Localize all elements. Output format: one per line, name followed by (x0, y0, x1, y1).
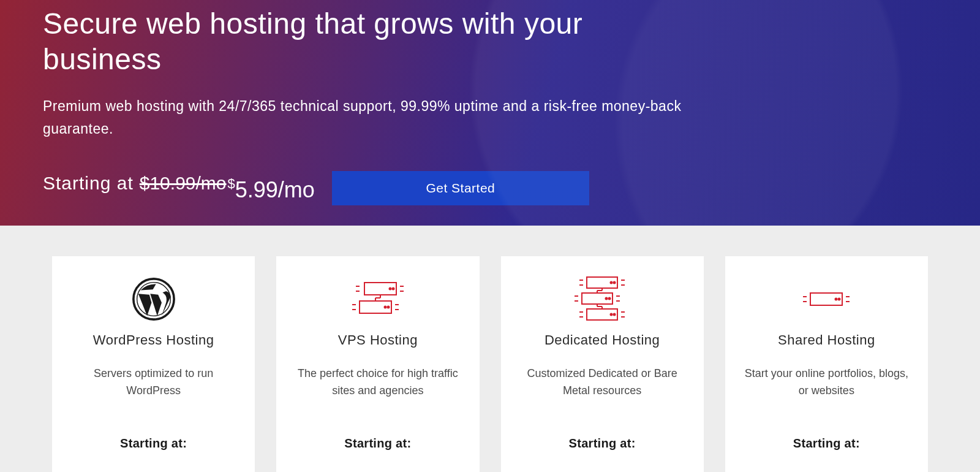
svg-point-26 (611, 314, 612, 316)
plan-card-dedicated[interactable]: Dedicated Hosting Customized Dedicated o… (501, 256, 704, 472)
svg-point-47 (835, 299, 837, 300)
hero-section: Secure web hosting that grows with your … (0, 0, 980, 226)
hero-price: Starting at $10.99/mo $ 5.99/mo (43, 173, 315, 203)
svg-point-48 (839, 299, 840, 300)
plan-desc: The perfect choice for high traffic site… (291, 365, 464, 400)
plan-title: Dedicated Hosting (516, 332, 689, 348)
svg-point-24 (606, 298, 608, 300)
dedicated-server-icon (516, 275, 689, 324)
wordpress-icon (67, 275, 240, 324)
plan-card-vps[interactable]: VPS Hosting The perfect choice for high … (276, 256, 479, 472)
hero-title: Secure web hosting that grows with your … (43, 0, 655, 77)
vps-server-icon (291, 275, 464, 324)
svg-point-7 (387, 306, 389, 308)
plan-title: Shared Hosting (740, 332, 913, 348)
plan-card-shared[interactable]: Shared Hosting Start your online portfol… (725, 256, 928, 472)
plan-starting-label: Starting at: (516, 436, 689, 451)
svg-point-25 (609, 298, 611, 300)
starting-at-label: Starting at (43, 173, 134, 194)
svg-point-5 (392, 288, 394, 290)
plan-title: VPS Hosting (291, 332, 464, 348)
plan-starting-label: Starting at: (67, 436, 240, 451)
svg-point-4 (389, 288, 391, 290)
plan-starting-label: Starting at: (291, 436, 464, 451)
svg-point-22 (611, 282, 612, 284)
plan-title: WordPress Hosting (67, 332, 240, 348)
plans-section: WordPress Hosting Servers optimized to r… (0, 226, 980, 472)
old-price: $10.99/mo (140, 173, 227, 194)
plan-desc: Customized Dedicated or Bare Metal resou… (516, 365, 689, 400)
get-started-button[interactable]: Get Started (332, 171, 589, 205)
plan-desc: Servers optimized to run WordPress (67, 365, 240, 400)
hero-price-row: Starting at $10.99/mo $ 5.99/mo Get Star… (43, 171, 937, 205)
plan-starting-label: Starting at: (740, 436, 913, 451)
shared-server-icon (740, 275, 913, 324)
hero-subtitle: Premium web hosting with 24/7/365 techni… (43, 95, 686, 140)
plan-desc: Start your online portfolios, blogs, or … (740, 365, 913, 400)
new-price: 5.99/mo (235, 177, 315, 203)
svg-point-27 (614, 314, 616, 316)
svg-point-23 (614, 282, 616, 284)
plan-card-wordpress[interactable]: WordPress Hosting Servers optimized to r… (52, 256, 255, 472)
svg-point-6 (384, 306, 386, 308)
currency-symbol: $ (228, 176, 235, 192)
